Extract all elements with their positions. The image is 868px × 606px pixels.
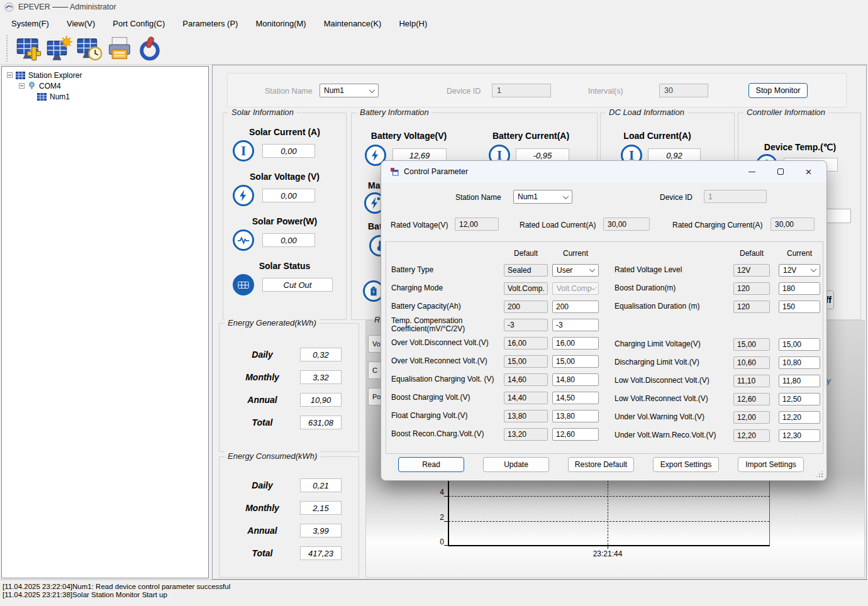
solar-panel-status-icon <box>233 274 254 295</box>
parameter-label: Battery Capacity(Ah) <box>391 302 504 311</box>
rated-charging-current-field: 30,00 <box>771 218 815 231</box>
power-exit-icon[interactable] <box>135 35 165 62</box>
group-title: Energy Generated(kWh) <box>225 318 320 328</box>
parameter-label: Over Volt.Disconnect Volt.(V) <box>391 339 504 347</box>
parameter-current-input[interactable]: 14,50 <box>552 392 599 404</box>
dialog-button[interactable]: Export Settings <box>653 457 719 472</box>
chart-x-tick-label: 23:21:44 <box>582 549 633 558</box>
station-schedule-icon[interactable] <box>74 35 104 62</box>
dialog-button[interactable]: Read <box>398 457 464 472</box>
chart-tick <box>444 521 448 522</box>
parameter-default-value: 12,60 <box>733 393 770 405</box>
parameter-current-input[interactable]: 200 <box>552 300 599 313</box>
parameter-current-input[interactable]: 12,30 <box>779 429 820 442</box>
parameter-current-input[interactable]: 12,20 <box>779 411 820 424</box>
energy-row-label: Annual <box>240 526 285 536</box>
energy-row-value: 2,15 <box>300 501 342 515</box>
tree-expander-icon[interactable] <box>19 83 25 89</box>
parameter-label: Equalisation Duration (m) <box>615 302 733 311</box>
energy-row: Annual 10,90 <box>220 393 359 407</box>
parameter-current-input[interactable]: 12,50 <box>779 393 820 405</box>
interval-field[interactable]: 30 <box>659 84 708 97</box>
dialog-titlebar[interactable]: Control Parameter × <box>381 161 826 182</box>
dialog-button[interactable]: Restore Default <box>568 457 634 472</box>
parameter-row: Charging Mode Volt.Comp. Volt.Comp <box>391 279 599 297</box>
energy-consumed-group: Energy Consumed(kWh) Daily 0,21 Monthly … <box>219 456 359 578</box>
tree-item-station-explorer[interactable]: Station Explorer <box>2 70 208 80</box>
parameter-current-input[interactable]: 10,80 <box>779 356 820 369</box>
menu-item[interactable]: Port Config(C) <box>104 14 174 33</box>
parameter-current-select-disabled: Volt.Comp <box>552 282 599 295</box>
parameter-current-input[interactable]: 12,60 <box>552 428 599 441</box>
current-icon: I <box>233 140 254 162</box>
tree-expander-icon[interactable] <box>7 72 13 78</box>
menu-item[interactable]: Help(H) <box>390 14 436 33</box>
parameter-current-input[interactable]: 11,80 <box>779 375 820 387</box>
parameter-current-input[interactable]: 150 <box>779 300 820 313</box>
menu-item[interactable]: System(F) <box>3 14 58 33</box>
tree-item-com4[interactable]: COM4 <box>2 80 208 91</box>
energy-row: Total 417,23 <box>220 546 359 560</box>
parameter-row: Under Volt.Warn.Reco.Volt.(V) 12,20 12,3… <box>615 426 820 444</box>
device-id-field[interactable]: 1 <box>492 84 551 97</box>
resize-grip[interactable] <box>815 470 823 477</box>
station-name-select[interactable]: Num1 <box>320 84 379 97</box>
parameter-current-input[interactable]: 15,00 <box>552 355 599 368</box>
energy-row-value: 631,08 <box>300 416 342 429</box>
device-id-field: 1 <box>704 190 767 203</box>
parameter-current-input[interactable]: 16,00 <box>552 337 599 350</box>
parameter-current-input[interactable]: 13,80 <box>552 410 599 422</box>
parameter-current-select[interactable]: 12V <box>779 264 820 277</box>
energy-row-value: 3,99 <box>300 524 342 537</box>
log-line: [11.04.2025 23:21:38]Solar Station Monit… <box>3 591 865 599</box>
parameter-current-input[interactable]: 180 <box>779 282 820 295</box>
parameter-column-right: Default Current Rated Voltage Level 12V … <box>615 246 820 444</box>
stop-monitor-button[interactable]: Stop Monitor <box>748 83 808 98</box>
tree-item-num1[interactable]: Num1 <box>2 91 208 102</box>
group-title: DC Load Information <box>606 107 687 117</box>
tree-item-label: Num1 <box>50 92 70 101</box>
dialog-button[interactable]: Update <box>483 457 549 472</box>
parameter-row: Temp. Compensation Coefficient(mV/°C/2V)… <box>391 316 599 334</box>
maximize-icon[interactable] <box>766 161 794 182</box>
menu-item[interactable]: Parameters (P) <box>174 14 247 33</box>
station-name-select[interactable]: Num1 <box>513 190 572 204</box>
print-icon[interactable] <box>104 35 135 62</box>
parameter-table-group: Default Current Battery Type Sealed User <box>386 241 823 454</box>
parameter-current-input[interactable]: -3 <box>552 319 599 331</box>
chevron-down-icon <box>563 193 569 199</box>
station-name-value: Num1 <box>324 86 344 95</box>
add-station-icon[interactable] <box>14 35 44 62</box>
parameter-label: Low Volt.Reconnect Volt.(V) <box>615 395 733 403</box>
column-header-default: Default <box>504 249 548 258</box>
parameter-row: Boost Recon.Charg.Volt.(V) 13,20 12,60 <box>391 425 599 443</box>
interval-label: Interval(s) <box>588 87 623 96</box>
parameter-row: Float Charging Volt.(V) 13,80 13,80 <box>391 407 599 425</box>
parameter-current-input[interactable]: 15,00 <box>779 338 820 351</box>
chevron-down-icon <box>589 266 596 272</box>
parameter-default-value: 10,60 <box>733 356 770 369</box>
energy-row-value: 0,21 <box>300 478 342 492</box>
minimize-icon[interactable] <box>738 161 766 182</box>
energy-row: Daily 0,32 <box>220 348 359 361</box>
dialog-button[interactable]: Import Settings <box>738 457 804 472</box>
menu-item[interactable]: View(V) <box>58 14 104 33</box>
menu-item[interactable]: Monitoring(M) <box>247 14 314 33</box>
parameter-default-value: 14,40 <box>504 392 548 404</box>
parameter-default-value: 13,80 <box>504 410 548 422</box>
parameter-row: Over Volt.Reconnect Volt.(V) 15,00 15,00 <box>391 352 599 370</box>
chart-gridline <box>448 521 769 522</box>
parameter-label: Charging Limit Voltage(V) <box>615 340 733 348</box>
parameter-row: Low Volt.Disconnect Volt.(V) 11,10 11,80 <box>615 372 820 390</box>
device-id-label: Device ID <box>447 87 481 96</box>
solar-field: Solar Power(W) 0,00 <box>223 216 346 251</box>
com-port-icon <box>28 82 36 90</box>
solar-station-icon[interactable] <box>44 35 74 62</box>
tree-item-label: Station Explorer <box>28 71 82 80</box>
parameter-current-input[interactable]: 14,80 <box>552 373 599 386</box>
parameter-default-value: 200 <box>504 300 548 313</box>
close-icon[interactable]: × <box>794 161 823 182</box>
parameter-current-select[interactable]: User <box>552 264 599 277</box>
menu-item[interactable]: Maintenance(K) <box>315 14 391 33</box>
parameter-default-value: 12V <box>733 264 770 277</box>
